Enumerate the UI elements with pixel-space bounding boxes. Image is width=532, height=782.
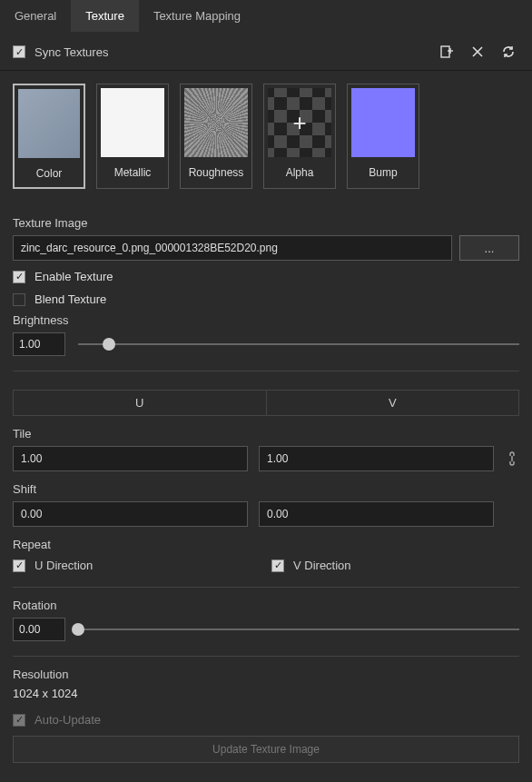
tile-v-input[interactable] [259,446,494,471]
auto-update-checkbox [13,714,25,727]
repeat-v-checkbox[interactable] [271,559,284,572]
update-texture-button: Update Texture Image [13,736,519,763]
blend-texture-label: Blend Texture [34,292,106,306]
blend-texture-checkbox[interactable] [13,293,25,306]
texture-image-field[interactable] [13,235,452,261]
refresh-icon[interactable] [498,41,519,63]
rotation-input[interactable] [13,618,65,641]
brightness-slider[interactable] [78,335,519,353]
uv-header: U V [13,390,519,416]
brightness-label: Brightness [13,313,519,327]
enable-texture-checkbox[interactable] [13,271,25,283]
resolution-value: 1024 x 1024 [13,687,519,700]
brightness-input[interactable] [13,332,65,356]
texture-card-metallic[interactable]: Metallic [96,84,169,189]
texture-card-roughness[interactable]: Roughness [180,84,252,189]
repeat-u-checkbox[interactable] [13,559,25,572]
bump-thumb-icon [351,88,415,157]
shift-v-input[interactable] [259,501,494,527]
texture-card-bump[interactable]: Bump [347,84,419,189]
browse-button[interactable]: ... [459,235,519,261]
tab-mapping[interactable]: Texture Mapping [139,0,255,32]
delete-icon[interactable] [467,41,488,63]
shift-u-input[interactable] [13,501,248,527]
auto-update-label: Auto-Update [34,713,101,727]
sync-textures-checkbox[interactable] [13,45,25,58]
metallic-thumb-icon [101,88,164,157]
tile-label: Tile [13,427,519,440]
repeat-v-label: V Direction [293,559,351,572]
texture-card-alpha[interactable]: + Alpha [263,84,336,189]
texture-card-label: Color [15,162,84,187]
color-thumb-icon [18,89,80,158]
enable-texture-label: Enable Texture [34,270,113,283]
rotation-slider[interactable] [78,620,519,638]
texture-card-label: Roughness [181,161,251,186]
svg-rect-0 [441,46,449,57]
roughness-thumb-icon [184,88,248,157]
tile-u-input[interactable] [13,446,248,471]
resolution-label: Resolution [13,668,519,681]
texture-type-list: Color Metallic Roughness + Alpha Bump [0,71,532,202]
v-column-header: V [267,391,519,415]
texture-card-color[interactable]: Color [13,84,85,189]
plus-icon: + [292,109,306,137]
tab-texture[interactable]: Texture [71,0,139,32]
repeat-label: Repeat [13,538,519,551]
repeat-u-label: U Direction [34,559,93,572]
texture-image-label: Texture Image [13,216,519,230]
rotation-label: Rotation [13,599,519,612]
texture-card-label: Bump [348,161,419,186]
tab-general[interactable]: General [0,0,71,32]
shift-label: Shift [13,482,519,496]
u-column-header: U [14,391,267,415]
link-uv-icon[interactable] [505,451,519,466]
alpha-thumb-icon: + [268,88,331,157]
tab-bar: General Texture Texture Mapping [0,0,532,32]
texture-card-label: Metallic [97,161,168,186]
texture-card-label: Alpha [264,161,335,186]
sync-textures-label: Sync Textures [34,45,108,59]
new-icon[interactable] [436,41,458,63]
